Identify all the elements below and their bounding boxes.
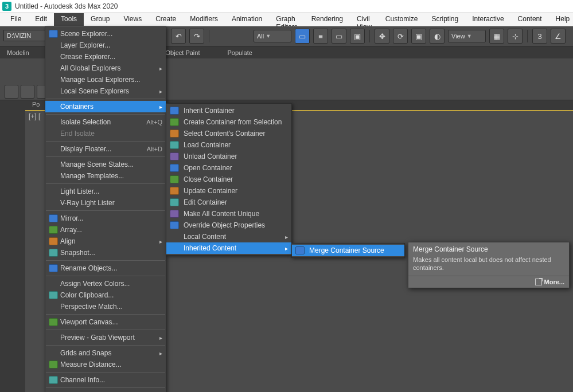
menu-group[interactable]: Group xyxy=(84,13,116,26)
submenu-arrow-icon: ▸ xyxy=(157,65,162,72)
viewport-label[interactable]: [+] [ xyxy=(29,112,40,120)
tools-item-channel-info[interactable]: Channel Info... xyxy=(45,374,166,386)
tools-item-separator xyxy=(46,141,165,142)
containers-item-inherit-container[interactable]: Inherit Container xyxy=(166,105,291,116)
blank xyxy=(170,232,179,241)
use-pivot-button[interactable]: ▦ xyxy=(489,29,504,44)
undo-button[interactable]: ↶ xyxy=(171,29,186,44)
containers-item-unload-container[interactable]: Unload Container xyxy=(166,151,291,162)
ribbon-btn-2[interactable] xyxy=(21,85,34,99)
containers-item-override-object-properties[interactable]: Override Object Properties xyxy=(166,219,291,231)
blank xyxy=(49,160,58,169)
blank xyxy=(49,75,58,84)
select-by-name-button[interactable]: ≡ xyxy=(313,29,328,44)
tools-item-array[interactable]: Array... xyxy=(45,224,166,236)
ribbon-tab-0[interactable]: Modelin xyxy=(1,48,40,58)
blank xyxy=(49,129,58,138)
ref-coord-dropdown[interactable]: View ▼ xyxy=(448,30,486,42)
menu-modifiers[interactable]: Modifiers xyxy=(183,13,225,26)
menu-graph-editors[interactable]: Graph Editors xyxy=(269,13,304,26)
tools-item-mesh-inspector[interactable]: Mesh Inspector xyxy=(45,390,166,392)
containers-item-make-all-content-unique[interactable]: Make All Content Unique xyxy=(166,208,291,219)
containers-item-edit-container[interactable]: Edit Container xyxy=(166,197,291,208)
tools-item-light-lister[interactable]: Light Lister... xyxy=(45,186,166,197)
blank xyxy=(49,41,58,50)
menu-edit[interactable]: Edit xyxy=(28,13,54,26)
menu-help[interactable]: Help xyxy=(549,13,573,26)
project-path-box[interactable]: D:\VIZIN xyxy=(3,30,46,41)
tools-item-crease-explorer[interactable]: Crease Explorer... xyxy=(45,51,166,62)
containers-item-label: Local Content xyxy=(184,233,282,241)
containers-item-update-container[interactable]: Update Container xyxy=(166,185,291,197)
move-button[interactable]: ✥ xyxy=(375,29,389,44)
channel-icon xyxy=(49,375,58,385)
tools-item-isolate-selection[interactable]: Isolate SelectionAlt+Q xyxy=(45,116,166,128)
ribbon-tab-1[interactable]: Object Paint xyxy=(160,48,211,58)
tools-item-manage-local-explorers[interactable]: Manage Local Explorers... xyxy=(45,74,166,85)
tools-item-perspective-match[interactable]: Perspective Match... xyxy=(45,301,166,312)
select-object-button[interactable]: ▭ xyxy=(295,29,310,44)
containers-item-open-container[interactable]: Open Container xyxy=(166,162,291,174)
tools-item-viewport-canvas[interactable]: Viewport Canvas... xyxy=(45,316,166,328)
tools-item-mirror[interactable]: Mirror... xyxy=(45,213,166,224)
tools-item-rename-objects[interactable]: Rename Objects... xyxy=(45,262,166,274)
manipulate-button[interactable]: ⊹ xyxy=(508,29,523,44)
tooltip-more[interactable]: More... xyxy=(408,276,569,288)
tools-item-label: Local Scene Explorers xyxy=(60,87,157,95)
menu-views[interactable]: Views xyxy=(116,13,149,26)
scale-button[interactable]: ▣ xyxy=(411,29,426,44)
tools-item-snapshot[interactable]: Snapshot... xyxy=(45,247,166,258)
tools-item-separator xyxy=(46,210,165,211)
window-crossing-button[interactable]: ▣ xyxy=(350,29,365,44)
menu-civil-view[interactable]: Civil View xyxy=(350,13,379,26)
inherited-item-merge-container-source[interactable]: Merge Container Source xyxy=(292,245,404,256)
snap-toggle-button[interactable]: 3 xyxy=(532,29,547,44)
selection-filter-dropdown[interactable]: All ▼ xyxy=(254,30,291,42)
ribbon-btn-1[interactable] xyxy=(5,85,18,99)
unique-icon xyxy=(170,209,179,218)
tools-item-containers[interactable]: Containers▸ xyxy=(45,101,166,112)
containers-item-select-content-s-container[interactable]: Select Content's Container xyxy=(166,128,291,139)
tools-item-v-ray-light-lister[interactable]: V-Ray Light Lister xyxy=(45,197,166,209)
tools-item-align[interactable]: Align▸ xyxy=(45,236,166,247)
tools-item-assign-vertex-colors[interactable]: Assign Vertex Colors... xyxy=(45,278,166,289)
menu-scripting[interactable]: Scripting xyxy=(425,13,466,26)
menu-interactive[interactable]: Interactive xyxy=(465,13,510,26)
tools-item-measure-distance[interactable]: Measure Distance... xyxy=(45,359,166,370)
tools-item-color-clipboard[interactable]: Color Clipboard... xyxy=(45,289,166,301)
redo-button[interactable]: ↷ xyxy=(189,29,204,44)
menu-animation[interactable]: Animation xyxy=(225,13,269,26)
ribbon-tab-2[interactable]: Populate xyxy=(221,48,262,58)
tools-item-all-global-explorers[interactable]: All Global Explorers▸ xyxy=(45,62,166,74)
menu-tools[interactable]: Tools xyxy=(54,13,84,26)
override-icon xyxy=(170,221,179,230)
menu-content[interactable]: Content xyxy=(511,13,549,26)
submenu-arrow-icon: ▸ xyxy=(157,350,162,356)
placement-button[interactable]: ◐ xyxy=(430,29,445,44)
containers-item-close-container[interactable]: Close Container xyxy=(166,174,291,185)
tools-item-manage-scene-states[interactable]: Manage Scene States... xyxy=(45,159,166,170)
tooltip-body: Makes all content local but does not aff… xyxy=(408,254,569,276)
containers-item-local-content[interactable]: Local Content▸ xyxy=(166,231,291,242)
tools-item-layer-explorer[interactable]: Layer Explorer... xyxy=(45,40,166,51)
menu-customize[interactable]: Customize xyxy=(379,13,425,26)
create-container-icon xyxy=(170,117,179,127)
tools-item-display-floater[interactable]: Display Floater...Alt+D xyxy=(45,143,166,155)
containers-item-load-container[interactable]: Load Container xyxy=(166,139,291,151)
tools-item-local-scene-explorers[interactable]: Local Scene Explorers▸ xyxy=(45,85,166,97)
tools-item-label: Manage Scene States... xyxy=(60,160,162,168)
tools-item-scene-explorer[interactable]: Scene Explorer... xyxy=(45,28,166,40)
tools-item-grids-and-snaps[interactable]: Grids and Snaps▸ xyxy=(45,347,166,359)
tools-item-manage-templates[interactable]: Manage Templates... xyxy=(45,170,166,182)
rotate-button[interactable]: ⟳ xyxy=(393,29,408,44)
tools-item-end-isolate: End Isolate xyxy=(45,128,166,139)
angle-snap-button[interactable]: ∠ xyxy=(551,29,566,44)
tools-item-label: Scene Explorer... xyxy=(60,30,162,38)
containers-item-inherited-content[interactable]: Inherited Content▸ xyxy=(166,242,291,254)
select-region-rect-button[interactable]: ▭ xyxy=(332,29,346,44)
containers-item-create-container-from-selection[interactable]: Create Container from Selection xyxy=(166,116,291,128)
menu-create[interactable]: Create xyxy=(149,13,183,26)
menu-file[interactable]: File xyxy=(3,13,28,26)
tools-item-preview-grab-viewport[interactable]: Preview - Grab Viewport▸ xyxy=(45,332,166,343)
menu-rendering[interactable]: Rendering xyxy=(305,13,350,26)
